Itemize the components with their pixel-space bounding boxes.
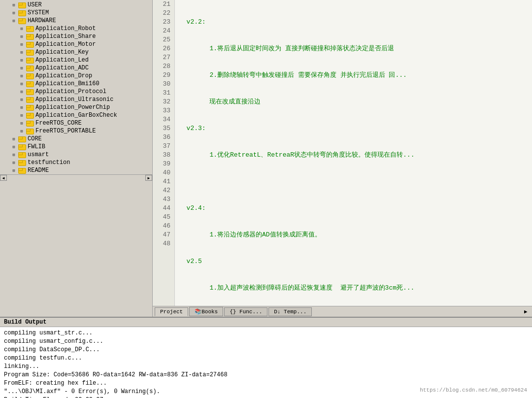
editor-tabs: Project 📚Books {} Func... D↓ Temp... ▶ — [153, 306, 532, 317]
tab-func[interactable]: {} Func... — [224, 307, 267, 316]
sidebar-item-app-bmi160[interactable]: ⊞ Application_Bmi160 — [0, 80, 152, 88]
sidebar-item-app-motor[interactable]: ⊞ Application_Motor — [0, 40, 152, 48]
folder-icon — [26, 96, 34, 103]
expand-icon: ⊞ — [10, 143, 18, 150]
folder-icon — [26, 65, 34, 71]
build-line: compiling usmart_config.c... — [4, 337, 528, 346]
sidebar-item-freertos-core[interactable]: ⊞ FreeRTOS_CORE — [0, 119, 152, 127]
line-num: 34 — [157, 115, 170, 124]
sidebar-label: Application_PowerChip — [35, 104, 110, 111]
line-num: 40 — [157, 168, 170, 177]
sidebar-item-app-drop[interactable]: ⊞ Application_Drop — [0, 72, 152, 80]
folder-icon — [26, 41, 34, 48]
expand-icon: ⊞ — [10, 1, 18, 8]
expand-icon: ⊞ — [18, 80, 26, 87]
build-output: Build Output compiling usmart_str.c... c… — [0, 317, 532, 398]
sidebar-item-app-powerchip[interactable]: ⊞ Application_PowerChip — [0, 103, 152, 111]
expand-icon: ⊞ — [10, 9, 18, 16]
code-line: 1.将沿边传感器的AD值转换成距离值。 — [179, 231, 528, 239]
line-num: 37 — [157, 142, 170, 151]
code-line: v2.5 — [179, 257, 528, 266]
code-line: v2.4: — [179, 204, 528, 213]
line-num: 30 — [157, 80, 170, 89]
watermark: https://blog.csdn.net/m0_60794624 — [420, 387, 527, 393]
sidebar-item-app-share[interactable]: ⊞ Application_Share — [0, 33, 152, 40]
tab-scroll-arrow[interactable]: ▶ — [524, 308, 530, 315]
sidebar-item-app-ultrasonic[interactable]: ⊞ Application_Ultrasonic — [0, 96, 152, 103]
sidebar-item-app-led[interactable]: ⊞ Application_Led — [0, 56, 152, 64]
expand-icon: ⊞ — [10, 167, 18, 174]
sidebar-item-app-garboxcheck[interactable]: ⊞ Application_GarBoxCheck — [0, 111, 152, 119]
line-num: 25 — [157, 35, 170, 44]
sidebar-label: Application_Drop — [35, 72, 92, 79]
code-line — [179, 177, 528, 186]
build-output-header: Build Output — [0, 318, 532, 327]
code-line: v2.2: — [179, 18, 528, 27]
build-output-title: Build Output — [4, 319, 46, 326]
sidebar-item-app-key[interactable]: ⊞ Application_Key — [0, 48, 152, 56]
folder-icon — [26, 104, 34, 111]
line-num: 39 — [157, 160, 170, 168]
sidebar-item-app-protocol[interactable]: ⊞ Application_Protocol — [0, 88, 152, 96]
folder-icon — [18, 9, 26, 16]
sidebar-label: README — [28, 167, 49, 174]
line-num: 43 — [157, 195, 170, 204]
editor-area: 21 22 23 24 25 26 27 28 29 30 31 32 33 3… — [153, 0, 532, 317]
sidebar-item-usmart[interactable]: ⊞ usmart — [0, 151, 152, 159]
line-num: 48 — [157, 239, 170, 248]
tab-project[interactable]: Project — [155, 307, 188, 316]
expand-icon: ⊞ — [18, 72, 26, 79]
scroll-right-arrow[interactable]: ▶ — [145, 175, 152, 181]
sidebar-hscroll[interactable]: ◀ ▶ — [0, 174, 152, 180]
sidebar-label: Application_GarBoxCheck — [35, 112, 117, 119]
expand-icon: ⊞ — [18, 112, 26, 119]
sidebar-label: SYSTEM — [28, 9, 49, 16]
sidebar-label: usmart — [28, 151, 49, 158]
expand-icon: ⊞ — [18, 49, 26, 56]
sidebar-item-core[interactable]: ⊞ CORE — [0, 135, 152, 143]
main-area: ⊞ USER ⊞ SYSTEM ⊞ HARDWARE ⊞ Application… — [0, 0, 532, 317]
line-num: 27 — [157, 53, 170, 62]
sidebar-item-hardware[interactable]: ⊞ HARDWARE — [0, 17, 152, 25]
sidebar-label: FreeRTOS_CORE — [35, 120, 82, 127]
sidebar-item-testfunction[interactable]: ⊞ testfunction — [0, 159, 152, 166]
line-num: 21 — [157, 0, 170, 9]
sidebar-item-user[interactable]: ⊞ USER — [0, 1, 152, 9]
sidebar-item-app-adc[interactable]: ⊞ Application_ADC — [0, 64, 152, 72]
line-num: 36 — [157, 133, 170, 142]
expand-icon: ⊞ — [10, 17, 18, 24]
expand-icon: ⊞ — [18, 33, 26, 40]
tab-template[interactable]: D↓ Temp... — [268, 307, 312, 316]
sidebar-item-system[interactable]: ⊞ SYSTEM — [0, 9, 152, 17]
folder-icon — [18, 159, 26, 166]
expand-icon: ⊞ — [10, 151, 18, 158]
folder-icon — [18, 1, 26, 8]
code-line: 1.优化RetreatL、RetreaR状态中转弯的角度比较。使得现在自转... — [179, 151, 528, 160]
folder-icon — [26, 120, 34, 127]
line-num: 44 — [157, 204, 170, 213]
scroll-left-arrow[interactable]: ◀ — [0, 175, 7, 181]
expand-icon: ⊞ — [18, 41, 26, 48]
build-line: linking... — [4, 363, 528, 371]
expand-icon: ⊞ — [18, 57, 26, 64]
folder-icon — [26, 57, 34, 64]
build-line: Program Size: Code=53686 RO-data=1642 RW… — [4, 371, 528, 379]
line-num: 33 — [157, 106, 170, 115]
sidebar-item-freertos-portable[interactable]: ⊞ FreeRTOS_PORTABLE — [0, 127, 152, 135]
tab-books[interactable]: 📚Books — [189, 307, 223, 316]
line-num: 23 — [157, 18, 170, 27]
sidebar-label: Application_Led — [35, 57, 89, 64]
sidebar-item-app-robot[interactable]: ⊞ Application_Robot — [0, 25, 152, 33]
sidebar-label: FreeRTOS_PORTABLE — [35, 128, 96, 134]
code-line: 现在改成直接沿边 — [179, 98, 528, 106]
code-line: v2.3: — [179, 124, 528, 133]
line-num: 38 — [157, 151, 170, 160]
code-content[interactable]: v2.2: 1.将后退从固定时间改为 直接判断碰撞和掉落状态决定是否后退 2.删… — [175, 0, 532, 306]
code-line: 1.将后退从固定时间改为 直接判断碰撞和掉落状态决定是否后退 — [179, 44, 528, 53]
line-num: 46 — [157, 222, 170, 231]
sidebar-item-readme[interactable]: ⊞ README — [0, 166, 152, 174]
line-num: 26 — [157, 44, 170, 53]
sidebar: ⊞ USER ⊞ SYSTEM ⊞ HARDWARE ⊞ Application… — [0, 0, 153, 317]
sidebar-label: Application_Share — [35, 33, 96, 40]
sidebar-item-fwlib[interactable]: ⊞ FWLIB — [0, 143, 152, 151]
